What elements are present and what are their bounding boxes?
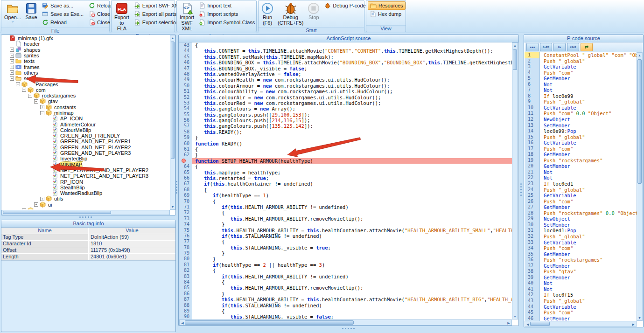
expand-toggle-icon[interactable]: + <box>34 202 38 207</box>
stop-button[interactable]: Stop <box>306 1 321 21</box>
expand-toggle-icon[interactable]: + <box>40 197 44 201</box>
pcode-line-42[interactable]: If loc0f15 <box>540 292 643 298</box>
pc-graph-button[interactable]: ●●● <box>526 43 539 51</box>
pcode-line-6[interactable]: Not <box>540 82 643 88</box>
code-pcode-splitter-handle[interactable] <box>520 183 522 196</box>
run-f6-button[interactable]: Run(F6) <box>260 1 275 26</box>
tree-item-green-and-net-player3[interactable]: GREEN_AND_NET_PLAYER3 <box>2 150 169 156</box>
code-line-75[interactable]: this.HEALTH_ARMOUR_ABILITY = this.health… <box>192 228 518 233</box>
save-button[interactable]: Save <box>24 1 39 21</box>
pcode-line-number[interactable]: 4 <box>525 70 539 76</box>
pcode-line-number[interactable]: 22 <box>525 175 539 181</box>
pcode-line-number[interactable]: 7 <box>525 87 539 93</box>
code-line-71[interactable]: if(this.HEALTH_ARMOUR_ABILITY != undefin… <box>192 204 518 210</box>
code-line-86[interactable]: } <box>192 291 518 297</box>
pcode-line-number[interactable]: 18 <box>525 152 539 158</box>
pcode-line-number[interactable]: 23 <box>525 181 539 187</box>
pcode-line-5[interactable]: GetMember <box>540 76 643 82</box>
pcode-line-33[interactable]: GetVariable <box>540 240 643 246</box>
line-number[interactable]: 51 <box>179 89 192 94</box>
code-line-79[interactable]: } <box>192 250 518 256</box>
pcode-line-number[interactable]: 14 <box>525 128 539 134</box>
pcode-line-3[interactable]: GetVariable <box>540 64 643 70</box>
pcode-line-15[interactable]: Push "_global" <box>540 134 643 140</box>
open-button[interactable]: Open...⌄ <box>3 1 22 23</box>
line-number[interactable]: 56 <box>179 118 192 123</box>
pcode-line-23[interactable]: If loc0ed1 <box>540 181 643 187</box>
pcode-line-11[interactable]: Push "com" 0.0 "Object" <box>540 111 643 117</box>
line-number[interactable]: 61 <box>179 146 192 152</box>
export-to-fla-button[interactable]: FLAExportto FLA <box>113 1 131 32</box>
pc-const-button[interactable]: #4#2 <box>567 43 579 51</box>
code-line-65[interactable]: this.mapType = healthType; <box>192 170 518 175</box>
pcode-line-19[interactable]: Push "rockstargames" <box>540 158 643 164</box>
code-line-48[interactable]: this.wantedOverlayActive = false; <box>192 71 518 77</box>
pcode-line-1[interactable]: ConstantPool "_global" "com" "Object" "r <box>540 52 643 58</box>
tree-item-invertedblip[interactable]: InvertedBlip <box>2 156 169 161</box>
pcode-line-8[interactable]: If loc0e99 <box>540 93 643 99</box>
pcode-line-number[interactable]: 13 <box>525 123 539 129</box>
code-line-68[interactable]: { <box>192 187 518 193</box>
pc-resolve-button[interactable]: ⇄ <box>581 43 593 51</box>
code-line-83[interactable]: if(this.HEALTH_ARMOUR_ABILITY != undefin… <box>192 274 518 279</box>
pcode-line-22[interactable]: Not <box>540 175 643 181</box>
code-line-44[interactable]: this.CONTENT = this.TIMELINE.attachMovie… <box>192 48 518 54</box>
line-number[interactable]: 70 <box>179 199 192 204</box>
pcode-line-35[interactable]: GetMember <box>540 251 643 257</box>
pcode-horizontal-scrollbar[interactable]: ◀ ▶ <box>525 321 637 327</box>
line-number[interactable]: 87 <box>179 297 192 302</box>
breakpoint-marker[interactable] <box>179 158 192 164</box>
tree-item-green-and-friendly[interactable]: GREEN_AND_FRIENDLY <box>2 133 169 139</box>
pcode-line-34[interactable]: Push "com" <box>540 245 643 251</box>
pcode-line-number[interactable]: 1 <box>525 52 539 58</box>
debug-ctrl-f5-button[interactable]: Debug(CTRL+F5) <box>276 1 305 26</box>
pcode-line-25[interactable]: GetVariable <box>540 193 643 199</box>
expand-toggle-icon[interactable]: + <box>10 59 14 63</box>
left-splitter-handle[interactable] <box>79 216 92 218</box>
pcode-gutter[interactable]: 1234567891011121314151617181920212223242… <box>525 52 540 321</box>
code-line-73[interactable]: this.HEALTH_ARMOUR_ABILITY.removeMovieCl… <box>192 216 518 222</box>
pcode-line-number[interactable]: 9 <box>525 99 539 105</box>
pcode-line-40[interactable]: Not <box>540 280 643 286</box>
code-line-87[interactable]: this.HEALTH_ARMOUR_ABILITY = this.health… <box>192 297 518 302</box>
line-number[interactable]: 75 <box>179 228 192 233</box>
pcode-line-number[interactable]: 39 <box>525 275 539 281</box>
code-line-67[interactable]: if(this.healthContainer != undefined) <box>192 181 518 187</box>
code-line-89[interactable]: { <box>192 308 518 314</box>
code-line-61[interactable]: { <box>192 146 518 152</box>
tree-item-minimap-1-gfx[interactable]: minimap (1).gfx <box>2 35 169 41</box>
pcode-line-18[interactable]: GetMember <box>540 152 643 158</box>
pcode-line-39[interactable]: GetMember <box>540 275 643 281</box>
line-number[interactable]: 47 <box>179 66 192 71</box>
line-number[interactable]: 83 <box>179 274 192 279</box>
tree-item-mx[interactable]: +mx <box>2 208 169 209</box>
code-line-90[interactable]: this.STALLWARNING._visible = false; <box>192 314 518 319</box>
pcode-line-number[interactable]: 46 <box>525 316 539 321</box>
collapse-toggle-icon[interactable]: − <box>34 99 38 104</box>
code-line-64[interactable]: { <box>192 164 518 169</box>
code-line-80[interactable]: } <box>192 256 518 262</box>
line-number[interactable]: 71 <box>179 204 192 210</box>
collapse-toggle-icon[interactable]: − <box>28 94 32 98</box>
pcode-line-29[interactable]: NewObject <box>540 216 643 222</box>
pcode-line-number[interactable]: 3 <box>525 64 539 70</box>
pcode-line-13[interactable]: SetMember <box>540 123 643 129</box>
code-line-82[interactable]: { <box>192 268 518 273</box>
pcode-line-number[interactable]: 15 <box>525 134 539 140</box>
code-line-63[interactable]: function SETUP_HEALTH_ARMOUR(healthType) <box>192 158 518 164</box>
pcode-line-number[interactable]: 36 <box>525 257 539 263</box>
tree-item-utils[interactable]: +utils <box>2 196 169 201</box>
line-number[interactable]: 58 <box>179 129 192 135</box>
pcode-line-43[interactable]: Push "_global" <box>540 298 643 304</box>
pcode-line-10[interactable]: GetVariable <box>540 105 643 111</box>
pc-hexpush-button[interactable]: 0xFF <box>540 43 552 51</box>
line-number[interactable]: 57 <box>179 123 192 129</box>
pcode-line-number[interactable]: 31 <box>525 228 539 234</box>
collapse-toggle-icon[interactable]: − <box>40 111 44 115</box>
pcode-line-16[interactable]: GetVariable <box>540 140 643 146</box>
hex-dump-button[interactable]: Hex dump <box>368 10 406 18</box>
pcode-line-20[interactable]: GetMember <box>540 163 643 169</box>
pcode-line-number[interactable]: 21 <box>525 169 539 175</box>
tree-item-header[interactable]: header <box>2 41 169 47</box>
pcode-line-number[interactable]: 43 <box>525 298 539 304</box>
